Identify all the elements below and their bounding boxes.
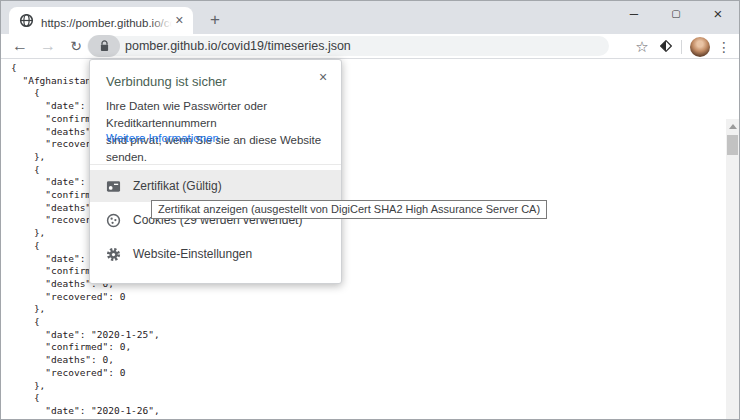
new-tab-button[interactable]: + <box>203 9 227 31</box>
back-icon[interactable]: ← <box>9 34 31 59</box>
scrollbar[interactable] <box>726 119 739 420</box>
scroll-up-icon[interactable] <box>729 124 737 129</box>
tab-strip: https://pomber.github.io/covid1 × + – ▢ … <box>1 1 739 34</box>
popup-body-line1: Ihre Daten wie Passwörter oder Kreditkar… <box>106 100 267 129</box>
certificate-icon <box>106 179 121 194</box>
toolbar-divider <box>681 40 682 54</box>
bookmark-star-icon[interactable]: ☆ <box>630 38 654 56</box>
url-text[interactable]: pomber.github.io/covid19/timeseries.json <box>125 39 351 53</box>
site-info-button[interactable] <box>88 35 120 57</box>
menu-item-label: Website-Einstellungen <box>133 247 252 261</box>
gear-icon <box>106 247 121 262</box>
popup-title: Verbindung ist sicher <box>106 74 227 89</box>
cookie-icon <box>106 213 121 228</box>
window-controls: – ▢ × <box>613 1 739 31</box>
site-info-popup: × Verbindung ist sicher Ihre Daten wie P… <box>89 59 342 284</box>
menu-item-label: Zertifikat (Gültig) <box>133 179 222 193</box>
forward-icon[interactable]: → <box>37 34 59 59</box>
extension-icon[interactable] <box>654 38 678 56</box>
certificate-tooltip: Zertifikat anzeigen (ausgestellt von Dig… <box>151 200 547 219</box>
close-window-button[interactable]: × <box>697 1 739 31</box>
tab-title-fade <box>150 13 172 29</box>
minimize-button[interactable]: – <box>613 1 655 31</box>
profile-avatar[interactable] <box>690 37 710 57</box>
tab-title-wrap: https://pomber.github.io/covid1 <box>41 13 172 29</box>
menu-item-site-settings[interactable]: Website-Einstellungen <box>90 238 341 270</box>
tab-close-icon[interactable]: × <box>172 13 187 29</box>
browser-menu-icon[interactable]: ⋮ <box>715 39 733 55</box>
popup-divider <box>90 164 341 165</box>
toolbar: ← → ↻ pomber.github.io/covid19/timeserie… <box>1 34 739 59</box>
learn-more-link[interactable]: Weitere Informationen <box>106 132 219 144</box>
globe-favicon-icon <box>19 13 34 28</box>
scrollbar-thumb[interactable] <box>727 135 738 155</box>
popup-close-icon[interactable]: × <box>315 69 331 85</box>
browser-tab[interactable]: https://pomber.github.io/covid1 × <box>9 7 193 34</box>
browser-window: https://pomber.github.io/covid1 × + – ▢ … <box>0 0 740 420</box>
menu-item-certificate[interactable]: Zertifikat (Gültig) <box>90 170 341 202</box>
address-bar[interactable]: pomber.github.io/covid19/timeseries.json <box>87 36 609 56</box>
maximize-button[interactable]: ▢ <box>655 1 697 31</box>
toolbar-right: ☆ ⋮ <box>630 34 733 59</box>
lock-icon <box>100 40 109 52</box>
reload-icon[interactable]: ↻ <box>65 34 87 59</box>
